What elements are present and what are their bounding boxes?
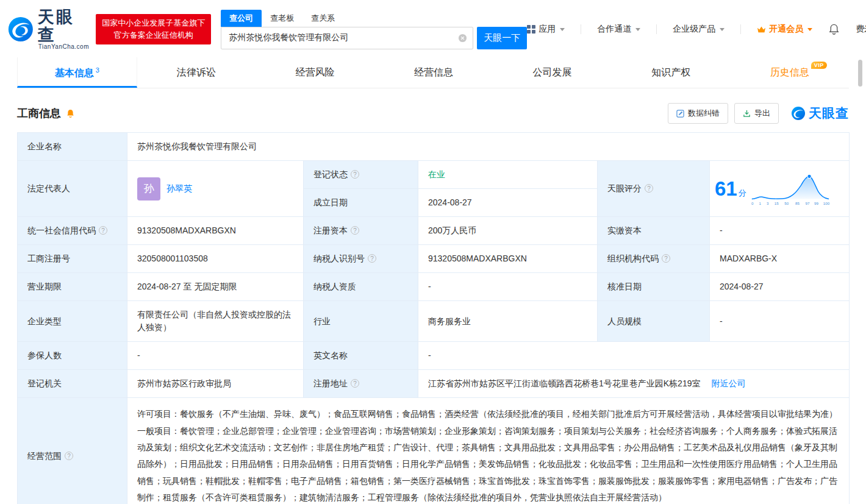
nav-enterprise-products[interactable]: 企业级产品 bbox=[673, 24, 725, 35]
address-text: 江苏省苏州市姑苏区平江街道临顿路西花桥巷1号花里巷产业园K栋219室 bbox=[428, 378, 700, 388]
nav-vip-label: 开通会员 bbox=[769, 24, 803, 35]
search-tab-relation[interactable]: 查关系 bbox=[302, 10, 343, 27]
tianyancha-swirl-icon-small bbox=[791, 106, 806, 121]
export-button[interactable]: 导出 bbox=[734, 103, 779, 124]
reg-capital-value: 200万人民币 bbox=[418, 217, 598, 245]
svg-text:1: 1 bbox=[759, 201, 761, 205]
score-value-cell: 61分 0 1 3 15 50 bbox=[710, 161, 850, 217]
tab-intellectual-property[interactable]: 知识产权 bbox=[612, 57, 731, 88]
address-value-cell: 江苏省苏州市姑苏区平江街道临顿路西花桥巷1号花里巷产业园K栋219室 附近公司 bbox=[418, 370, 850, 398]
watermark-text: 天眼查 bbox=[809, 105, 849, 122]
search-tab-boss[interactable]: 查老板 bbox=[262, 10, 302, 27]
nav-apps-label: 应用 bbox=[539, 24, 556, 35]
help-icon[interactable] bbox=[662, 254, 670, 263]
business-scope-value: 许可项目：餐饮服务（不产生油烟、异味、废气）；食品互联网销售；食品销售；酒类经营… bbox=[127, 398, 850, 504]
english-name-label: 英文名称 bbox=[304, 342, 418, 370]
logo-text-wrap: 天眼查 TianYanCha.com bbox=[38, 9, 90, 50]
tab-history-label: 历史信息 bbox=[770, 67, 809, 77]
industry-value: 商务服务业 bbox=[418, 301, 598, 342]
search-tabs: 查公司 查老板 查关系 bbox=[221, 10, 527, 27]
tianyancha-swirl-icon bbox=[7, 15, 34, 43]
tab-basic-info[interactable]: 基本信息3 bbox=[17, 57, 137, 88]
tianyancha-watermark: 天眼查 bbox=[791, 105, 849, 122]
svg-text:97: 97 bbox=[805, 201, 809, 205]
nav-user-name: 费米 bbox=[856, 24, 866, 35]
nav-divider bbox=[740, 24, 741, 34]
legal-rep-name-link[interactable]: 孙翠英 bbox=[166, 182, 192, 195]
clear-search-icon[interactable] bbox=[458, 34, 467, 43]
row-reg-number: 工商注册号 320508001103508 纳税人识别号 91320508MAD… bbox=[18, 245, 850, 273]
business-term-label: 营业期限 bbox=[18, 273, 127, 301]
nav-enterprise-label: 企业级产品 bbox=[673, 24, 715, 35]
row-company-name: 企业名称 苏州茶悦你我餐饮管理有限公司 bbox=[18, 133, 850, 161]
svg-text:85: 85 bbox=[795, 201, 800, 205]
row-business-scope: 经营范围 许可项目：餐饮服务（不产生油烟、异味、废气）；食品互联网销售；食品销售… bbox=[18, 398, 850, 504]
nav-apps[interactable]: 应用 bbox=[527, 24, 565, 35]
tab-operating-risk[interactable]: 经营风险 bbox=[256, 57, 374, 88]
help-icon[interactable] bbox=[351, 379, 359, 388]
search-button[interactable]: 天眼一下 bbox=[477, 27, 527, 49]
reg-capital-label: 注册资本 bbox=[304, 217, 418, 245]
company-type-value: 有限责任公司（非自然人投资或控股的法人独资） bbox=[127, 301, 304, 342]
top-header: 天眼查 TianYanCha.com 国家中小企业发展子基金旗下 官方备案企业征… bbox=[0, 0, 866, 56]
establish-date-value: 2024-08-27 bbox=[418, 189, 598, 217]
approval-date-value: 2024-08-27 bbox=[710, 273, 850, 301]
help-icon[interactable] bbox=[368, 254, 376, 263]
tab-ip-label: 知识产权 bbox=[651, 67, 690, 77]
section-actions: 数据纠错 导出 天眼查 bbox=[668, 103, 849, 124]
search-input[interactable] bbox=[221, 27, 473, 49]
insured-count-label: 参保人数 bbox=[18, 342, 127, 370]
registry-label: 登记机关 bbox=[18, 370, 127, 398]
help-icon[interactable] bbox=[65, 452, 73, 460]
logo-domain: TianYanCha.com bbox=[38, 43, 89, 50]
crown-icon bbox=[757, 26, 766, 34]
nav-cooperation[interactable]: 合作通道 bbox=[597, 24, 640, 35]
paid-capital-label: 实缴资本 bbox=[598, 217, 710, 245]
correction-pencil-icon bbox=[676, 110, 684, 118]
org-code-label: 组织机构代码 bbox=[598, 245, 710, 273]
svg-text:50: 50 bbox=[784, 201, 789, 205]
chevron-down-icon bbox=[560, 28, 565, 31]
notifications-bell-icon[interactable] bbox=[828, 23, 840, 35]
taxpayer-id-value: 91320508MADXARBGXN bbox=[418, 245, 598, 273]
svg-text:0: 0 bbox=[751, 201, 754, 205]
reg-number-value: 320508001103508 bbox=[127, 245, 304, 273]
company-type-label: 企业类型 bbox=[18, 301, 127, 342]
legal-rep-label: 法定代表人 bbox=[18, 161, 127, 217]
taxpayer-qualification-value: - bbox=[418, 273, 598, 301]
nearby-companies-link[interactable]: 附近公司 bbox=[711, 378, 745, 388]
nav-open-vip[interactable]: 开通会员 bbox=[757, 24, 812, 35]
tianyancha-logo[interactable]: 天眼查 TianYanCha.com bbox=[7, 9, 90, 50]
row-company-type: 企业类型 有限责任公司（非自然人投资或控股的法人独资） 行业 商务服务业 人员规… bbox=[18, 301, 850, 342]
data-correction-button[interactable]: 数据纠错 bbox=[668, 103, 728, 124]
monitor-bell-icon[interactable] bbox=[66, 108, 75, 118]
nav-cooperation-label: 合作通道 bbox=[597, 24, 631, 35]
tab-company-development[interactable]: 公司发展 bbox=[493, 57, 612, 88]
help-icon[interactable] bbox=[99, 226, 107, 235]
tab-basic-info-label: 基本信息 bbox=[55, 68, 94, 78]
section-title: 工商信息 bbox=[17, 106, 61, 121]
legal-rep-avatar[interactable]: 孙 bbox=[137, 177, 160, 201]
chevron-down-icon bbox=[807, 28, 812, 31]
search-tab-company[interactable]: 查公司 bbox=[221, 10, 262, 27]
row-registry: 登记机关 苏州市姑苏区行政审批局 注册地址 江苏省苏州市姑苏区平江街道临顿路西花… bbox=[18, 370, 850, 398]
company-name-label: 企业名称 bbox=[18, 133, 127, 161]
credit-code-value: 91320508MADXARBGXN bbox=[127, 217, 304, 245]
data-correction-label: 数据纠错 bbox=[688, 108, 720, 119]
help-icon[interactable] bbox=[351, 170, 359, 179]
row-business-term: 营业期限 2024-08-27 至 无固定期限 纳税人资质 - 核准日期 202… bbox=[18, 273, 850, 301]
tab-legal-litigation[interactable]: 法律诉讼 bbox=[137, 57, 256, 88]
certification-badge: 国家中小企业发展子基金旗下 官方备案企业征信机构 bbox=[96, 14, 211, 44]
registry-value: 苏州市姑苏区行政审批局 bbox=[127, 370, 304, 398]
tab-history-info[interactable]: 历史信息VIP bbox=[730, 57, 849, 88]
nav-divider bbox=[581, 24, 581, 34]
help-icon[interactable] bbox=[351, 226, 359, 235]
svg-text:100: 100 bbox=[823, 201, 830, 205]
tab-operating-info[interactable]: 经营信息 bbox=[374, 57, 493, 88]
page-scrollbar-thumb[interactable] bbox=[858, 60, 862, 87]
nav-user[interactable]: 费米 bbox=[856, 24, 866, 35]
help-icon[interactable] bbox=[645, 184, 653, 193]
vip-badge: VIP bbox=[811, 62, 827, 69]
certification-badge-line1: 国家中小企业发展子基金旗下 bbox=[102, 17, 205, 29]
score-distribution-chart: 0 1 3 15 50 85 97 99 100 bbox=[749, 171, 832, 207]
